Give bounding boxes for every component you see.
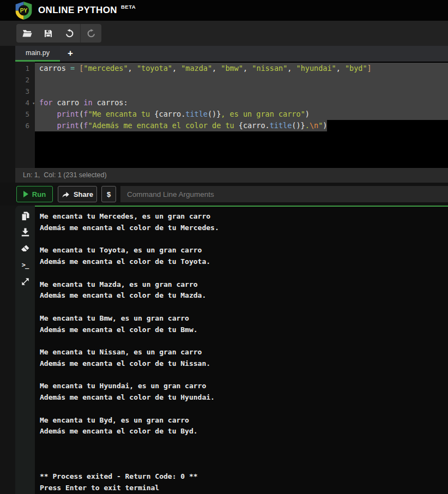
tab-main-py[interactable]: main.py: [15, 46, 60, 62]
app-title: ONLINE PYTHON: [38, 5, 117, 16]
terminal-line: ** Process exited - Return Code: 0 **: [40, 471, 448, 483]
terminal-output[interactable]: Me encanta tu Mercedes, es un gran carro…: [35, 206, 448, 494]
python-shield-logo-icon: PY: [15, 2, 32, 20]
gutter-line-number: 4▾: [15, 97, 35, 109]
code-line-text: print(f"Me encanta tu {carro.title()}, e…: [39, 110, 310, 118]
play-icon: [23, 191, 28, 197]
terminal-line: [40, 460, 448, 472]
download-output-button[interactable]: [20, 227, 31, 237]
gutter-line-number: 3: [15, 86, 35, 97]
terminal-line: [40, 370, 448, 381]
gutter-line-number: 5: [15, 109, 35, 120]
open-file-button[interactable]: [16, 24, 38, 43]
cli-args-toggle-button[interactable]: $: [101, 186, 116, 202]
gutter-line-number: 6: [15, 120, 35, 131]
gutter-line-number: 2: [15, 74, 35, 86]
terminal-line: Me encanta tu Byd, es un gran carro: [40, 415, 448, 426]
code-lines[interactable]: carros = ["mercedes", "toyota", "mazda",…: [35, 62, 448, 168]
terminal-line: [40, 403, 448, 415]
clear-output-button[interactable]: [20, 244, 31, 254]
run-button[interactable]: Run: [16, 186, 53, 202]
undo-icon: [65, 29, 74, 38]
fold-caret-icon[interactable]: ▾: [32, 98, 35, 109]
copy-icon: [21, 212, 29, 221]
redo-icon: [87, 29, 96, 38]
terminal-line: Además me encanta el color de tu Nissan.: [40, 358, 448, 370]
terminal-line: [40, 268, 448, 279]
terminal-line: Me encanta tu Hyundai, es un gran carro: [40, 381, 448, 392]
output-toolbar: >_: [15, 206, 35, 494]
terminal-line: [40, 302, 448, 313]
new-tab-button[interactable]: +: [68, 45, 73, 63]
undo-button[interactable]: [59, 24, 80, 43]
app-header: PY ONLINE PYTHON BETA: [0, 0, 448, 21]
terminal-line: [40, 335, 448, 347]
expand-output-button[interactable]: [20, 276, 31, 286]
beta-badge: BETA: [121, 4, 136, 10]
code-line[interactable]: for carro in carros:: [35, 97, 448, 109]
tab-label: main.py: [26, 49, 50, 57]
terminal-line: [40, 234, 448, 245]
open-folder-icon: [22, 29, 32, 38]
download-icon: [21, 228, 29, 237]
gutter: 1234▾56: [15, 62, 35, 168]
code-line[interactable]: [35, 86, 448, 97]
terminal-line: Me encanta tu Mercedes, es un gran carro: [40, 211, 448, 222]
terminal-line: [40, 437, 448, 449]
terminal-prompt-icon: >_: [22, 261, 28, 269]
terminal-mode-button[interactable]: >_: [20, 260, 31, 270]
code-line[interactable]: print(f"Además me encanta el color de tu…: [35, 120, 448, 131]
code-line-text: print(f"Además me encanta el color de tu…: [35, 120, 327, 131]
copy-output-button[interactable]: [20, 211, 31, 221]
terminal-line: [40, 449, 448, 460]
terminal-line: Me encanta tu Bmw, es un gran carro: [40, 313, 448, 324]
terminal-line: Además me encanta el color de tu Hyundai…: [40, 392, 448, 403]
code-line-text: carros = ["mercedes", "toyota", "mazda",…: [39, 64, 372, 73]
dollar-icon: $: [107, 190, 111, 198]
save-button[interactable]: [38, 24, 59, 43]
terminal-line: Además me encanta el color de tu Mercede…: [40, 222, 448, 234]
terminal-line: Además me encanta el color de tu Byd.: [40, 426, 448, 437]
run-button-label: Run: [32, 190, 46, 198]
tab-bar: main.py +: [15, 46, 448, 62]
toolbar: [0, 21, 448, 46]
code-line[interactable]: carros = ["mercedes", "toyota", "mazda",…: [35, 63, 448, 74]
redo-button[interactable]: [80, 24, 101, 43]
terminal-line: Además me encanta el color de tu Bmw.: [40, 324, 448, 336]
save-floppy-icon: [44, 29, 52, 38]
code-line-text: for carro in carros:: [39, 98, 128, 107]
editor-status-bar: Ln: 1, Col: 1 (231 selected): [15, 168, 448, 183]
terminal-line: Me encanta tu Nissan, es un gran carro: [40, 347, 448, 358]
terminal-line: Me encanta tu Toyota, es un gran carro: [40, 245, 448, 256]
terminal-line: Press Enter to exit terminal: [40, 483, 448, 494]
file-button-group: [16, 24, 101, 43]
gutter-line-number: 1: [15, 63, 35, 74]
share-button[interactable]: Share: [58, 186, 97, 202]
code-editor[interactable]: 1234▾56 carros = ["mercedes", "toyota", …: [15, 62, 448, 168]
action-bar: Run Share $: [0, 183, 448, 206]
terminal-line: Además me encanta el color de tu Mazda.: [40, 290, 448, 302]
share-arrow-icon: [62, 191, 70, 198]
terminal-line: Me encanta tu Mazda, es un gran carro: [40, 279, 448, 291]
code-line[interactable]: [35, 74, 448, 86]
terminal-line: Además me encanta el color de tu Toyota.: [40, 256, 448, 268]
svg-text:PY: PY: [20, 7, 28, 13]
code-line[interactable]: print(f"Me encanta tu {carro.title()}, e…: [35, 109, 448, 120]
share-button-label: Share: [74, 190, 93, 198]
eraser-icon: [21, 245, 29, 252]
command-line-arguments-input[interactable]: [120, 186, 448, 202]
expand-icon: [21, 278, 29, 286]
output-panel: >_ Me encanta tu Mercedes, es un gran ca…: [15, 206, 448, 494]
